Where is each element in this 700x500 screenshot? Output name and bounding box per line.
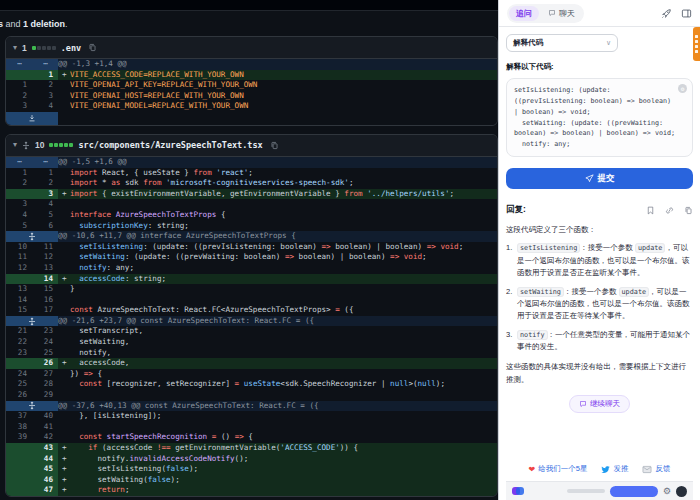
app-logo: [512, 486, 525, 496]
reply-label: 回复:: [506, 204, 526, 216]
expand-down-row[interactable]: [6, 112, 497, 125]
diffstat-squares: [49, 143, 73, 147]
diff-line-context: 2224 setWaiting,: [6, 337, 497, 348]
hunk-header-row[interactable]: @@ -21,6 +23,7 @@ const AzureSpeechToTex…: [6, 316, 497, 327]
expand-updown-icon[interactable]: [6, 316, 58, 327]
usage-text: [567, 489, 605, 493]
diff-line-context: 3841: [6, 422, 497, 433]
diff-line-context: 2427 }) => {: [6, 369, 497, 380]
diff-line-context: 45 interface AzureSpeechToTextProps {: [6, 210, 497, 221]
get-more-button[interactable]: [610, 486, 658, 497]
diff-line-context: 3740 }, [isListening]);: [6, 411, 497, 422]
expand-down-icon[interactable]: [6, 112, 58, 125]
file-change-count: 1: [22, 43, 27, 53]
link-icon[interactable]: [665, 206, 674, 215]
diff-line-added: 46+ setWaiting(false);: [6, 475, 497, 486]
twitter-icon: [601, 465, 610, 474]
reply-intro: 这段代码定义了三个函数：: [506, 224, 693, 236]
diff-line-context: 3942 const startSpeechRecognition = () =…: [6, 432, 497, 443]
selected-code-text: setIsListening: (update: ((prevIsListeni…: [514, 86, 675, 148]
diff-line-added: 47+ return;: [6, 485, 497, 496]
bottom-bar: ⚙: [506, 481, 693, 500]
prompt-select[interactable]: 解释代码 ∨: [506, 34, 618, 52]
diff-line-context: 1011 setIsListening: (update: ((prevIsLi…: [6, 242, 497, 253]
diff-line-context: 2123 setTranscript,: [6, 326, 497, 337]
header-icons: [661, 8, 692, 19]
reply-list: 1.setIsListening：接受一个参数 update，可以是一个返回布尔…: [506, 242, 693, 359]
expand-updown-icon[interactable]: [6, 231, 58, 242]
sidebar-body: 解释代码 ∨ 解释以下代码: setIsListening: (update: …: [499, 27, 700, 500]
file-header[interactable]: ▾1.env: [6, 37, 497, 59]
diff-line-context: 56 subscriptionKey: string;: [6, 221, 497, 232]
diff-line-added: 3+import { existEnvironmentVariable, get…: [6, 189, 497, 200]
diff-line-context: 1315 }: [6, 284, 497, 295]
file-name[interactable]: .env: [61, 43, 81, 53]
diff-line-context: 34: [6, 199, 497, 210]
diff-line-added: 26+ accessCode,: [6, 358, 497, 369]
submit-label: 提交: [598, 173, 615, 185]
unfold-all-icon[interactable]: [22, 141, 30, 150]
footer-link-mail[interactable]: 反馈: [642, 464, 670, 474]
rocket-icon[interactable]: [661, 8, 672, 19]
reply-actions: [646, 206, 693, 215]
hunk-header-row[interactable]: @@ -37,6 +40,13 @@ const AzureSpeechToTe…: [6, 401, 497, 412]
diffstat-squares: [32, 46, 56, 50]
file-card: ▾1.env⋯⋯@@ -1,3 +1,4 @@1+VITE_ACCESS_COD…: [5, 36, 498, 126]
diff-line-context: 34 VITE_OPENAI_MODEL=REPLACE_WITH_YOUR_O…: [6, 101, 497, 112]
mail-icon: [642, 465, 652, 474]
file-header[interactable]: ▾10src/components/AzureSpeechToText.tsx: [6, 135, 497, 157]
collapse-chevron-icon[interactable]: ▾: [13, 44, 17, 52]
hunk-header-row[interactable]: ⋯⋯@@ -1,5 +1,6 @@: [6, 157, 497, 168]
expand-dots[interactable]: ⋯: [32, 59, 58, 70]
tab-ask[interactable]: 追问: [509, 6, 539, 21]
open-panel-icon[interactable]: [681, 8, 692, 19]
diff-line-context: 2629: [6, 390, 497, 401]
sidebar-tabs: 追问聊天: [507, 4, 584, 23]
continue-chat-button[interactable]: 继续聊天: [569, 395, 630, 413]
file-change-count: 10: [35, 140, 44, 150]
prompt-select-value: 解释代码: [513, 38, 543, 48]
chevron-down-icon: ∨: [606, 39, 611, 47]
footer-links: ❤给我们一个5星发推反馈: [506, 458, 693, 481]
copy-path-icon[interactable]: [270, 141, 279, 150]
reply-list-item: 1.setIsListening：接受一个参数 update，可以是一个返回布尔…: [506, 242, 693, 279]
diff-line-added: 45+ setIsListening(false);: [6, 464, 497, 475]
sidebar-header: 追问聊天: [499, 0, 700, 27]
diff-line-context: 1112 setWaiting: (update: ((prevWaiting:…: [6, 252, 497, 263]
expand-dots[interactable]: ⋯: [6, 157, 32, 168]
diff-line-context: 2528 const [recognizer, setRecognizer] =…: [6, 379, 497, 390]
send-icon: [585, 174, 594, 183]
diff-line-context: 1517 const AzureSpeechToText: React.FC<A…: [6, 305, 497, 316]
hunk-header-row[interactable]: ⋯⋯@@ -1,3 +1,4 @@: [6, 59, 497, 70]
reply-note: 这些函数的具体实现并没有给出，需要根据上下文进行推测。: [506, 361, 693, 386]
diff-summary: s and 1 deletion.: [0, 11, 498, 36]
expand-dots[interactable]: ⋯: [6, 59, 32, 70]
hunk-header-row[interactable]: @@ -10,6 +11,7 @@ interface AzureSpeechT…: [6, 231, 497, 242]
expand-dots[interactable]: ⋯: [32, 157, 58, 168]
selected-code-block: setIsListening: (update: ((prevIsListeni…: [506, 78, 693, 157]
top-header-strip: [0, 0, 498, 11]
copy-path-icon[interactable]: [88, 43, 97, 52]
footer-link-heart[interactable]: ❤给我们一个5星: [529, 464, 588, 474]
diff-files: ▾1.env⋯⋯@@ -1,3 +1,4 @@1+VITE_ACCESS_COD…: [0, 36, 498, 497]
continue-chat-label: 继续聊天: [590, 399, 620, 409]
diff-line-added: 14+ accessCode: string;: [6, 274, 497, 285]
settings-gear-icon[interactable]: ⚙: [663, 487, 671, 496]
tab-chat[interactable]: 聊天: [541, 6, 582, 21]
expand-updown-icon[interactable]: [6, 401, 58, 412]
submit-button[interactable]: 提交: [506, 168, 693, 189]
gear-icon[interactable]: ⚙: [678, 84, 687, 93]
copy-icon[interactable]: [684, 206, 693, 215]
diff-line-context: 1416: [6, 295, 497, 306]
collapse-chevron-icon[interactable]: ▾: [13, 141, 17, 149]
avatar[interactable]: [676, 486, 687, 497]
diff-line-added: 43+ if (accessCode !== getEnvironmentVar…: [6, 443, 497, 454]
prompt-label: 解释以下代码:: [506, 62, 693, 72]
reply-list-item: 2.setWaiting：接受一个参数 update，可以是一个返回布尔值的函数…: [506, 286, 693, 323]
promo-ribbon[interactable]: [693, 27, 700, 61]
diff-line-added: 1+VITE_ACCESS_CODE=REPLACE_WITH_YOUR_OWN: [6, 70, 497, 81]
diff-line-context: 2325 notify,: [6, 348, 497, 359]
bookmark-icon[interactable]: [646, 206, 655, 215]
footer-link-twitter[interactable]: 发推: [601, 464, 628, 474]
file-name[interactable]: src/components/AzureSpeechToText.tsx: [78, 140, 262, 150]
